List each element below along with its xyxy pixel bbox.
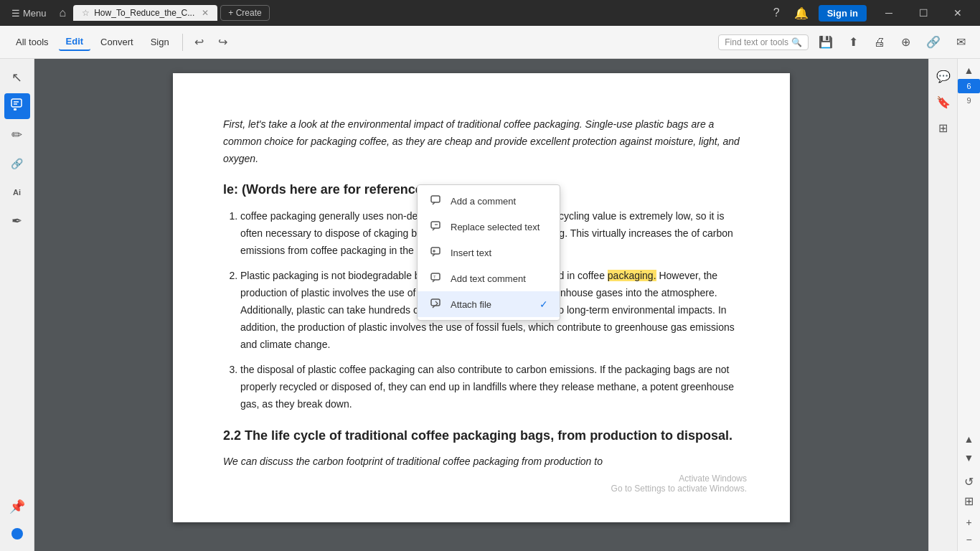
bookmark-panel-button[interactable]: 🔖 [932, 90, 955, 113]
scroll-up-button[interactable]: ▲ [961, 62, 977, 79]
tab-close-button[interactable]: ✕ [202, 8, 209, 18]
hamburger-icon: ☰ [11, 8, 20, 19]
menu-label: Menu [23, 8, 47, 19]
pdf-item2-highlighted: packaging. [608, 270, 656, 281]
pdf-list-item-3: the disposal of plastic coffee packaging… [240, 362, 740, 413]
zoom-out-button[interactable]: − [963, 531, 974, 548]
scroll-sidebar: ▲ 6 9 ▲ ▼ ↺ ⊞ + − [957, 59, 980, 551]
email-button[interactable]: ✉ [951, 32, 971, 52]
stamp-icon: ✒ [11, 213, 22, 229]
link-button[interactable]: 🔗 [920, 32, 946, 52]
watermark-line1: Activate Windows [611, 474, 747, 484]
add-comment-icon [429, 194, 443, 208]
check-icon: ✓ [540, 298, 548, 310]
pin-icon: 📌 [9, 499, 25, 514]
help-button[interactable]: ? [769, 5, 784, 21]
all-tools-tab[interactable]: All tools [9, 34, 56, 50]
pen-icon: ✏ [11, 127, 22, 143]
activate-watermark: Activate Windows Go to Settings to activ… [611, 474, 747, 494]
pdf-area[interactable]: First, let's take a look at the environm… [34, 59, 928, 551]
add-comment-label: Add a comment [451, 196, 516, 207]
zoom-in-button[interactable]: + [963, 514, 974, 531]
scroll-nav-arrows: ▲ ▼ [961, 430, 977, 466]
left-sidebar: ↖ ✏ 🔗 Ai ✒ 📌 [0, 59, 34, 551]
sidebar-tool-pin[interactable]: 📌 [4, 494, 30, 519]
pdf-paragraph-last: We can discuss the carbon footprint of t… [223, 453, 740, 471]
menu-item-replace-text[interactable]: Replace selected text [418, 214, 560, 240]
sign-in-button[interactable]: Sign in [819, 5, 867, 22]
pdf-paragraph-1: First, let's take a look at the environm… [223, 116, 740, 167]
menu-item-attach-file[interactable]: Attach file ✓ [418, 291, 560, 317]
link-tool-icon: 🔗 [11, 158, 23, 169]
scroll-next-arrow[interactable]: ▼ [961, 449, 977, 466]
convert-tab[interactable]: Convert [93, 34, 141, 50]
add-text-comment-label: Add text comment [451, 273, 526, 284]
find-text-label: Find text or tools [725, 37, 788, 47]
attach-file-label: Attach file [451, 299, 491, 310]
pdf-section-title: 2.2 The life cycle of traditional coffee… [223, 425, 740, 447]
create-tab-button[interactable]: + Create [220, 5, 269, 21]
page-num-9[interactable]: 9 [966, 93, 971, 108]
tab-area: ☆ How_To_Reduce_the_C... ✕ + Create [73, 5, 766, 21]
share-button[interactable]: ⊕ [895, 32, 916, 52]
sidebar-tool-ai[interactable]: Ai [4, 179, 30, 205]
pdf-item3-text: the disposal of plastic coffee packaging… [240, 364, 734, 410]
svg-rect-1 [14, 108, 17, 110]
attach-file-icon [429, 297, 443, 311]
sidebar-tool-select[interactable]: ↖ [4, 65, 30, 90]
svg-rect-0 [11, 99, 22, 107]
comments-panel-button[interactable]: 💬 [932, 65, 955, 88]
tab-title: How_To_Reduce_the_C... [94, 8, 194, 18]
titlebar: ☰ Menu ⌂ ☆ How_To_Reduce_the_C... ✕ + Cr… [0, 0, 980, 26]
redo-button[interactable]: ↪ [212, 32, 233, 52]
maximize-button[interactable]: ☐ [907, 3, 940, 23]
toolbar: All tools Edit Convert Sign ↩ ↪ Find tex… [0, 26, 980, 59]
replace-text-icon [429, 220, 443, 234]
sidebar-color-dot[interactable] [11, 528, 23, 540]
sidebar-tool-draw[interactable]: ✏ [4, 122, 30, 148]
undo-button[interactable]: ↩ [189, 32, 209, 52]
sign-tab[interactable]: Sign [143, 34, 176, 50]
pdf-para1-text: First, let's take a look at the environm… [223, 118, 740, 164]
svg-text:T: T [433, 275, 436, 279]
toolbar-right: Find text or tools 🔍 💾 ⬆ 🖨 ⊕ 🔗 ✉ [718, 32, 971, 52]
scroll-prev-arrow[interactable]: ▲ [961, 430, 977, 448]
insert-text-label: Insert text [451, 248, 491, 258]
sidebar-tool-link[interactable]: 🔗 [4, 151, 30, 176]
edit-tab[interactable]: Edit [59, 33, 91, 51]
menu-item-add-text-comment[interactable]: T Add text comment [418, 265, 560, 291]
print-button[interactable]: 🖨 [868, 33, 891, 52]
save-button[interactable]: 💾 [813, 32, 839, 52]
pdf-page: First, let's take a look at the environm… [173, 73, 790, 522]
svg-rect-16 [431, 299, 440, 306]
watermark-line2: Go to Settings to activate Windows. [611, 484, 747, 494]
toolbar-divider-1 [182, 34, 183, 51]
home-button[interactable]: ⌂ [55, 4, 71, 22]
add-text-comment-icon: T [429, 271, 443, 286]
find-bar[interactable]: Find text or tools 🔍 [718, 34, 809, 50]
right-panel: 💬 🔖 ⊞ [928, 59, 957, 551]
grid-view-button[interactable]: ⊞ [961, 491, 976, 511]
context-menu: Add a comment Replace selected text [417, 184, 560, 321]
replace-text-label: Replace selected text [451, 222, 540, 232]
sidebar-tool-comment[interactable] [4, 93, 30, 119]
menu-item-add-comment[interactable]: Add a comment [418, 188, 560, 214]
home-icon: ⌂ [60, 6, 67, 19]
menu-button[interactable]: ☰ Menu [6, 5, 52, 22]
close-button[interactable]: ✕ [941, 3, 974, 23]
upload-button[interactable]: ⬆ [843, 32, 864, 52]
titlebar-right: ? 🔔 Sign in ─ ☐ ✕ [769, 3, 974, 23]
refresh-button[interactable]: ↺ [961, 472, 976, 491]
grid-panel-button[interactable]: ⊞ [932, 116, 955, 139]
minimize-button[interactable]: ─ [872, 3, 905, 23]
select-icon: ↖ [11, 70, 22, 85]
window-controls: ─ ☐ ✕ [872, 3, 974, 23]
active-tab[interactable]: ☆ How_To_Reduce_the_C... ✕ [73, 5, 217, 21]
notifications-button[interactable]: 🔔 [790, 5, 813, 22]
page-num-6[interactable]: 6 [958, 79, 980, 93]
ai-icon: Ai [13, 188, 21, 197]
menu-item-insert-text[interactable]: Insert text [418, 240, 560, 265]
svg-rect-4 [431, 196, 440, 202]
sidebar-tool-stamp[interactable]: ✒ [4, 208, 30, 234]
tab-star-icon: ☆ [82, 8, 90, 18]
